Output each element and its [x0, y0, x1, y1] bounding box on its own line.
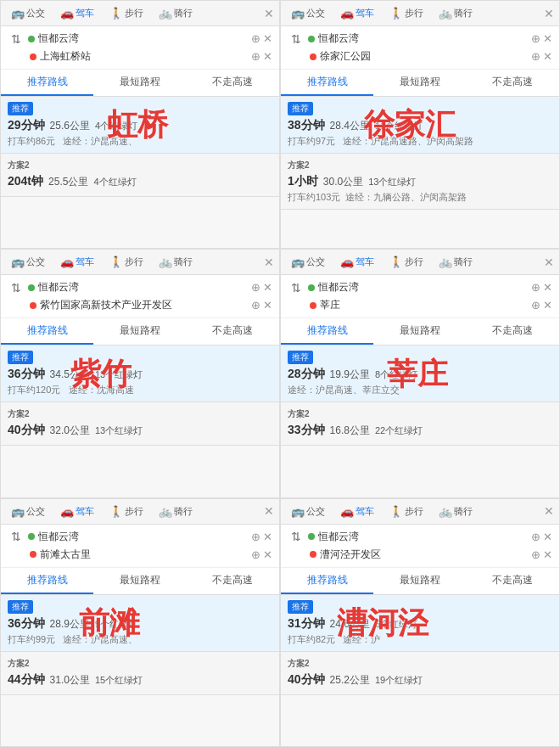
- destination-swap-icon[interactable]: ⊕: [251, 50, 260, 63]
- tab-nohighway[interactable]: 不走高速: [187, 318, 279, 345]
- transport-car-btn[interactable]: 🚗驾车: [55, 503, 99, 520]
- swap-button[interactable]: ⇅: [8, 530, 25, 543]
- transport-bus-btn[interactable]: 🚌公交: [6, 503, 50, 520]
- transport-bike-btn[interactable]: 🚲骑行: [434, 4, 478, 22]
- alt-card[interactable]: 方案2 204t钟 25.5公里 4个红绿灯: [1, 154, 279, 197]
- recommend-dist: 28.9公里: [50, 617, 90, 632]
- destination-clear-icon[interactable]: ✕: [263, 299, 272, 312]
- transport-bike-btn[interactable]: 🚲骑行: [154, 503, 198, 520]
- recommend-card[interactable]: 推荐 36分钟 28.9公里 9个红绿灯 打车约99元 途经：沪昆高速、: [1, 595, 279, 652]
- destination-swap-icon[interactable]: ⊕: [251, 548, 260, 561]
- origin-swap-icon[interactable]: ⊕: [251, 531, 260, 543]
- transport-walk-btn[interactable]: 🚶步行: [384, 503, 428, 520]
- transport-bike-btn[interactable]: 🚲骑行: [154, 253, 198, 271]
- transport-bike-btn[interactable]: 🚲骑行: [434, 503, 478, 520]
- tab-recommend[interactable]: 推荐路线: [1, 70, 93, 96]
- swap-button[interactable]: ⇅: [288, 32, 305, 46]
- destination-name: 前滩太古里: [40, 548, 248, 562]
- transport-car-btn[interactable]: 🚗驾车: [335, 503, 379, 520]
- origin-swap-icon[interactable]: ⊕: [531, 32, 540, 45]
- close-button[interactable]: ✕: [264, 504, 274, 518]
- tab-recommend[interactable]: 推荐路线: [1, 568, 93, 594]
- origin-swap-icon[interactable]: ⊕: [531, 281, 540, 294]
- recommend-card[interactable]: 推荐 29分钟 25.6公里 4个红绿灯 打车约86元 途经：沪昆高速、: [1, 97, 279, 154]
- destination-swap-icon[interactable]: ⊕: [251, 299, 260, 312]
- alt-card[interactable]: 方案2 40分钟 32.0公里 13个红绿灯: [1, 402, 279, 446]
- destination-swap-icon[interactable]: ⊕: [531, 50, 540, 63]
- swap-button[interactable]: ⇅: [288, 530, 305, 543]
- destination-clear-icon[interactable]: ✕: [543, 299, 552, 312]
- tab-nohighway[interactable]: 不走高速: [467, 70, 559, 96]
- recommend-card[interactable]: 推荐 36分钟 34.5公里 13个红绿灯 打车约120元 途经：沈海高速: [1, 345, 279, 402]
- tab-nohighway[interactable]: 不走高速: [187, 70, 279, 96]
- destination-swap-icon[interactable]: ⊕: [531, 548, 540, 561]
- recommend-card[interactable]: 推荐 31分钟 24.6公里 6个红绿灯 打车约82元 途经：沪: [281, 595, 559, 652]
- transport-bar: 🚌公交🚗驾车🚶步行🚲骑行✕: [281, 1, 559, 26]
- alt-card[interactable]: 方案2 33分钟 16.8公里 22个红绿灯: [281, 402, 559, 446]
- alt-card[interactable]: 方案2 1小时 30.0公里 13个红绿灯 打车约103元 途经：九辆公路、沪闵…: [281, 154, 559, 210]
- origin-clear-icon[interactable]: ✕: [543, 281, 552, 294]
- bus-icon: 🚌: [291, 505, 305, 518]
- swap-button[interactable]: ⇅: [288, 281, 305, 295]
- tab-shortest[interactable]: 最短路程: [373, 70, 466, 96]
- tab-nohighway[interactable]: 不走高速: [187, 568, 279, 594]
- transport-car-btn[interactable]: 🚗驾车: [335, 4, 379, 22]
- transport-walk-btn[interactable]: 🚶步行: [104, 4, 148, 22]
- tab-nohighway[interactable]: 不走高速: [467, 318, 559, 345]
- close-button[interactable]: ✕: [264, 7, 274, 20]
- transport-bike-btn[interactable]: 🚲骑行: [434, 253, 478, 271]
- destination-clear-icon[interactable]: ✕: [543, 548, 552, 561]
- swap-button[interactable]: ⇅: [8, 32, 25, 46]
- origin-clear-icon[interactable]: ✕: [263, 32, 272, 45]
- transport-bus-btn[interactable]: 🚌公交: [6, 253, 50, 271]
- alt-card[interactable]: 方案2 44分钟 31.0公里 15个红绿灯: [1, 652, 279, 695]
- transport-bus-btn[interactable]: 🚌公交: [6, 4, 50, 22]
- bike-icon: 🚲: [159, 256, 172, 268]
- origin-swap-icon[interactable]: ⊕: [251, 32, 260, 45]
- close-button[interactable]: ✕: [544, 7, 554, 20]
- tab-shortest[interactable]: 最短路程: [93, 70, 186, 96]
- transport-bike-btn[interactable]: 🚲骑行: [154, 4, 198, 22]
- origin-swap-icon[interactable]: ⊕: [251, 281, 260, 294]
- transport-car-btn[interactable]: 🚗驾车: [55, 4, 99, 22]
- close-button[interactable]: ✕: [544, 256, 554, 269]
- origin-clear-icon[interactable]: ✕: [263, 281, 272, 294]
- recommend-card[interactable]: 推荐 38分钟 28.4公里 11个红绿灯 打车约97元 途经：沪昆高速路、沪闵…: [281, 97, 559, 154]
- close-button[interactable]: ✕: [264, 256, 274, 269]
- close-button[interactable]: ✕: [544, 504, 554, 518]
- destination-swap-icon[interactable]: ⊕: [531, 299, 540, 312]
- transport-car-btn[interactable]: 🚗驾车: [55, 253, 99, 271]
- swap-button[interactable]: ⇅: [8, 281, 25, 295]
- transport-bus-btn[interactable]: 🚌公交: [286, 4, 330, 22]
- destination-clear-icon[interactable]: ✕: [263, 50, 272, 63]
- tab-recommend[interactable]: 推荐路线: [281, 568, 373, 594]
- transport-walk-btn[interactable]: 🚶步行: [104, 503, 148, 520]
- destination-clear-icon[interactable]: ✕: [543, 50, 552, 63]
- transport-bus-btn[interactable]: 🚌公交: [286, 253, 330, 271]
- alt-main-info: 204t钟 25.5公里 4个红绿灯: [8, 174, 272, 189]
- transport-bus-btn[interactable]: 🚌公交: [286, 503, 330, 520]
- alt-card[interactable]: 方案2 40分钟 25.2公里 19个红绿灯: [281, 652, 559, 695]
- transport-walk-btn[interactable]: 🚶步行: [384, 4, 428, 22]
- tab-shortest[interactable]: 最短路程: [93, 318, 186, 345]
- recommend-card[interactable]: 推荐 28分钟 19.9公里 8个红绿灯 途经：沪昆高速、莘庄立交: [281, 345, 559, 402]
- origin-clear-icon[interactable]: ✕: [543, 531, 552, 543]
- tab-recommend[interactable]: 推荐路线: [1, 318, 93, 345]
- origin-name: 恒都云湾: [318, 31, 528, 46]
- destination-clear-icon[interactable]: ✕: [263, 548, 272, 561]
- destination-name: 上海虹桥站: [40, 49, 248, 64]
- origin-clear-icon[interactable]: ✕: [263, 531, 272, 543]
- transport-walk-btn[interactable]: 🚶步行: [104, 253, 148, 271]
- route-inputs: ⇅恒都云湾 ⊕ ✕ 徐家汇公园 ⊕ ✕: [281, 26, 559, 70]
- origin-swap-icon[interactable]: ⊕: [531, 531, 540, 543]
- tab-recommend[interactable]: 推荐路线: [281, 70, 373, 96]
- tab-recommend[interactable]: 推荐路线: [281, 318, 373, 345]
- transport-walk-btn[interactable]: 🚶步行: [384, 253, 428, 271]
- tab-shortest[interactable]: 最短路程: [373, 568, 466, 594]
- tab-nohighway[interactable]: 不走高速: [467, 568, 559, 594]
- tab-shortest[interactable]: 最短路程: [93, 568, 186, 594]
- tab-shortest[interactable]: 最短路程: [373, 318, 466, 345]
- origin-clear-icon[interactable]: ✕: [543, 32, 552, 45]
- recommend-dist: 34.5公里: [50, 368, 90, 382]
- transport-car-btn[interactable]: 🚗驾车: [335, 253, 379, 271]
